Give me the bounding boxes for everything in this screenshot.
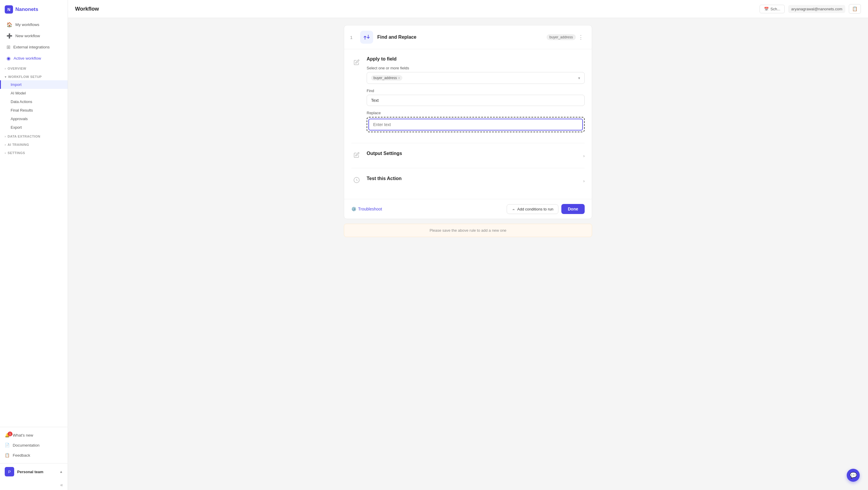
final-results-label: Final Results	[11, 108, 33, 112]
troubleshoot-label: Troubleshoot	[358, 207, 382, 211]
field-selector-label: Select one or more fields	[367, 66, 585, 70]
field-tag: buyer_address ×	[371, 75, 402, 80]
ai-model-label: AI Model	[11, 91, 26, 95]
card-title: Find and Replace	[377, 35, 544, 40]
output-settings-content: Output Settings ›	[367, 149, 585, 162]
conditions-label: Add conditions to run	[517, 207, 553, 211]
apply-to-field-content: Apply to field Select one or more fields…	[367, 56, 585, 137]
doc-icon: 📄	[5, 443, 10, 448]
find-input[interactable]	[367, 95, 585, 106]
troubleshoot-button[interactable]: ⚙️ Troubleshoot	[351, 207, 382, 211]
section-label: DATA EXTRACTION	[8, 135, 40, 138]
data-actions-label: Data Actions	[11, 99, 32, 104]
field-selector[interactable]: buyer_address × ▾	[367, 72, 585, 84]
test-icon	[351, 175, 362, 185]
test-action-row[interactable]: Test this Action ›	[367, 174, 585, 187]
logo-icon: N	[5, 5, 13, 13]
output-settings-section: Output Settings ›	[351, 149, 585, 162]
section-header-ai-training[interactable]: › AI TRAINING	[0, 141, 68, 148]
sidebar-item-label: External integrations	[13, 45, 50, 49]
output-settings-row[interactable]: Output Settings ›	[367, 149, 585, 162]
sidebar-nav: 🏠 My workflows ➕ New workflow ⊞ External…	[0, 19, 68, 427]
collapse-sidebar-button[interactable]: «	[0, 480, 68, 490]
whats-new-label: What's new	[13, 433, 33, 437]
sidebar-item-feedback[interactable]: 📋 Feedback	[0, 450, 68, 460]
section-label: OVERVIEW	[8, 67, 26, 70]
find-replace-icon	[360, 31, 373, 44]
sidebar-item-new-workflow[interactable]: ➕ New workflow	[2, 30, 66, 41]
documentation-label: Documentation	[13, 443, 39, 448]
logo-text: Nanonets	[16, 6, 38, 12]
apply-to-field-title: Apply to field	[367, 56, 585, 62]
field-selector-group: Select one or more fields buyer_address …	[367, 66, 585, 84]
add-conditions-button[interactable]: ⫠ Add conditions to run	[507, 204, 558, 214]
home-icon: 🏠	[6, 22, 12, 28]
chevron-up-icon: ▲	[59, 470, 63, 474]
test-action-chevron-icon: ›	[583, 178, 585, 183]
sidebar-item-ai-model[interactable]: AI Model	[0, 89, 68, 97]
sidebar-item-label: My workflows	[16, 23, 39, 27]
sidebar-item-export[interactable]: Export	[0, 123, 68, 132]
sidebar-item-external-integrations[interactable]: ⊞ External integrations	[2, 42, 66, 53]
remove-tag-button[interactable]: ×	[398, 76, 400, 80]
card-footer: ⚙️ Troubleshoot ⫠ Add conditions to run …	[344, 199, 592, 219]
copy-icon: 📋	[852, 6, 858, 11]
export-label: Export	[11, 125, 22, 130]
section-header-data-extraction[interactable]: › DATA EXTRACTION	[0, 133, 68, 140]
chevron-right-icon: ›	[5, 67, 6, 70]
find-group: Find	[367, 89, 585, 106]
schedule-icon: 📅	[764, 7, 769, 11]
chat-bubble-button[interactable]: 💬	[847, 469, 860, 482]
schedule-button[interactable]: 📅 Sch...	[760, 5, 785, 13]
sidebar-logo[interactable]: N Nanonets	[0, 0, 68, 19]
section-header-workflow-setup[interactable]: ▾ WORKFLOW SETUP	[0, 73, 68, 80]
approvals-label: Approvals	[11, 117, 28, 121]
card-body: Apply to field Select one or more fields…	[344, 49, 592, 199]
section-header-settings[interactable]: › SETTINGS	[0, 150, 68, 157]
collapse-icon: «	[60, 482, 63, 487]
notification-badge: 1	[8, 431, 12, 436]
apply-to-field-section: Apply to field Select one or more fields…	[351, 56, 585, 137]
feedback-label: Feedback	[13, 453, 30, 458]
active-icon: ◉	[6, 56, 11, 61]
sidebar-item-my-workflows[interactable]: 🏠 My workflows	[2, 19, 66, 30]
sidebar-item-data-actions[interactable]: Data Actions	[0, 97, 68, 106]
output-settings-chevron-icon: ›	[583, 153, 585, 158]
save-notice-text: Please save the above rule to add a new …	[430, 228, 506, 233]
sidebar-item-label: New workflow	[16, 34, 40, 38]
sidebar-item-active-workflow[interactable]: ◉ Active workflow	[2, 53, 66, 64]
team-name: Personal team	[17, 470, 56, 474]
schedule-label: Sch...	[771, 7, 780, 11]
save-notice: Please save the above rule to add a new …	[344, 224, 592, 237]
sidebar-item-approvals[interactable]: Approvals	[0, 115, 68, 123]
select-chevron-icon: ▾	[578, 76, 580, 80]
test-action-title: Test this Action	[367, 176, 402, 181]
replace-input[interactable]	[368, 119, 583, 130]
user-email: aryanagrawal@nanonets.com	[788, 5, 845, 13]
main-area: Workflow 📅 Sch... aryanagrawal@nanonets.…	[68, 0, 868, 490]
topbar-right: 📅 Sch... aryanagrawal@nanonets.com 📋	[760, 4, 861, 13]
sidebar-bottom: 🔔 1 What's new 📄 Documentation 📋 Feedbac…	[0, 427, 68, 463]
edit-icon	[351, 57, 362, 68]
replace-label: Replace	[367, 111, 585, 115]
done-button[interactable]: Done	[561, 204, 585, 214]
sidebar-item-whats-new[interactable]: 🔔 1 What's new	[0, 430, 68, 440]
conditions-icon: ⫠	[512, 207, 516, 211]
notification-wrap: 🔔 1	[5, 433, 10, 437]
import-label: Import	[11, 83, 22, 87]
troubleshoot-icon: ⚙️	[351, 207, 356, 211]
sidebar-item-documentation[interactable]: 📄 Documentation	[0, 440, 68, 450]
workflow-card: 1 Find and Replace buyer_address ⋮	[344, 25, 592, 219]
team-icon: P	[5, 467, 14, 477]
sidebar-item-import[interactable]: Import	[0, 80, 68, 89]
card-menu-button[interactable]: ⋮	[576, 33, 586, 42]
topbar: Workflow 📅 Sch... aryanagrawal@nanonets.…	[68, 0, 868, 18]
team-section[interactable]: P Personal team ▲	[0, 463, 68, 480]
section-header-overview[interactable]: › OVERVIEW	[0, 65, 68, 72]
card-header: 1 Find and Replace buyer_address ⋮	[344, 25, 592, 49]
page-title: Workflow	[75, 6, 99, 12]
section-label: WORKFLOW SETUP	[8, 75, 42, 78]
chevron-right-icon: ›	[5, 152, 6, 155]
copy-button[interactable]: 📋	[849, 4, 861, 13]
sidebar-item-final-results[interactable]: Final Results	[0, 106, 68, 115]
